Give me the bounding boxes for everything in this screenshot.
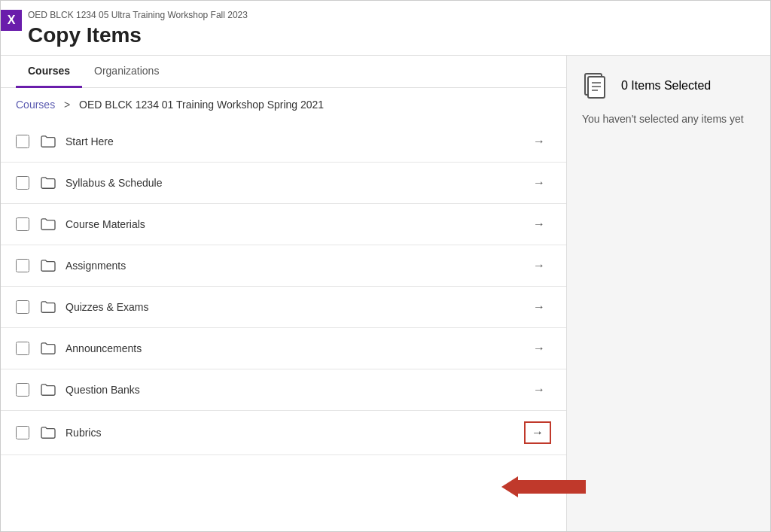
- list-item: Start Here→: [1, 121, 566, 163]
- breadcrumb-separator: >: [64, 99, 70, 111]
- list-item: Rubrics→: [1, 411, 566, 455]
- list-item: Syllabus & Schedule→: [1, 163, 566, 204]
- item-checkbox[interactable]: [16, 383, 29, 397]
- item-navigate-button[interactable]: →: [527, 214, 551, 234]
- list-item: Announcements→: [1, 328, 566, 369]
- left-panel: Courses Organizations Courses > OED BLCK…: [1, 56, 567, 531]
- breadcrumb-current: OED BLCK 1234 01 Training Workshop Sprin…: [79, 99, 324, 111]
- folder-icon: [40, 259, 56, 272]
- item-navigate-button[interactable]: →: [527, 256, 551, 275]
- item-checkbox[interactable]: [16, 426, 29, 439]
- list-item: Question Banks→: [1, 369, 566, 411]
- item-label: Start Here: [66, 135, 527, 147]
- item-label: Quizzes & Exams: [66, 301, 527, 313]
- item-checkbox[interactable]: [16, 217, 29, 231]
- item-navigate-button[interactable]: →: [527, 173, 551, 193]
- selected-count-number: 0: [621, 79, 628, 92]
- item-label: Course Materials: [66, 218, 527, 230]
- item-checkbox[interactable]: [16, 300, 29, 314]
- item-checkbox[interactable]: [16, 259, 29, 272]
- tabs-container: Courses Organizations: [1, 56, 566, 88]
- item-navigate-button[interactable]: →: [527, 339, 551, 358]
- list-item: Assignments→: [1, 245, 566, 287]
- list-item: Quizzes & Exams→: [1, 287, 566, 328]
- items-list: Start Here→Syllabus & Schedule→Course Ma…: [1, 121, 566, 531]
- folder-icon: [40, 383, 56, 397]
- folder-icon: [40, 342, 56, 355]
- item-label: Announcements: [66, 342, 527, 354]
- item-navigate-button[interactable]: →: [527, 380, 551, 400]
- copy-items-icon: [582, 71, 612, 101]
- folder-icon: [40, 426, 56, 439]
- folder-icon: [40, 176, 56, 190]
- item-navigate-button[interactable]: →: [524, 421, 551, 444]
- right-panel: 0 Items Selected You haven't selected an…: [567, 56, 770, 531]
- list-item: Course Materials→: [1, 204, 566, 245]
- svg-rect-1: [588, 77, 605, 98]
- selected-count-label: 0 Items Selected: [621, 79, 711, 93]
- items-selected-label: Items Selected: [631, 79, 711, 92]
- folder-icon: [40, 135, 56, 148]
- selected-empty-message: You haven't selected any items yet: [582, 113, 755, 125]
- item-checkbox[interactable]: [16, 342, 29, 355]
- context-title: OED BLCK 1234 05 Ultra Training Workshop…: [28, 10, 755, 20]
- folder-icon: [40, 300, 56, 314]
- item-label: Syllabus & Schedule: [66, 177, 527, 189]
- breadcrumb: Courses > OED BLCK 1234 01 Training Work…: [1, 88, 566, 121]
- modal-body: Courses Organizations Courses > OED BLCK…: [1, 56, 770, 531]
- tab-courses[interactable]: Courses: [16, 56, 82, 88]
- folder-icon: [40, 217, 56, 231]
- breadcrumb-root-link[interactable]: Courses: [16, 99, 55, 111]
- tab-organizations[interactable]: Organizations: [82, 56, 171, 88]
- item-label: Question Banks: [66, 384, 527, 396]
- selected-header: 0 Items Selected: [582, 71, 755, 101]
- item-checkbox[interactable]: [16, 176, 29, 190]
- item-navigate-button[interactable]: →: [527, 297, 551, 317]
- modal-header: X OED BLCK 1234 05 Ultra Training Worksh…: [1, 1, 770, 56]
- close-button[interactable]: X: [1, 10, 22, 31]
- modal-container: X OED BLCK 1234 05 Ultra Training Worksh…: [0, 0, 771, 532]
- item-checkbox[interactable]: [16, 135, 29, 148]
- page-title: Copy Items: [28, 23, 755, 47]
- item-navigate-button[interactable]: →: [527, 132, 551, 151]
- item-label: Rubrics: [66, 427, 524, 439]
- item-label: Assignments: [66, 260, 527, 272]
